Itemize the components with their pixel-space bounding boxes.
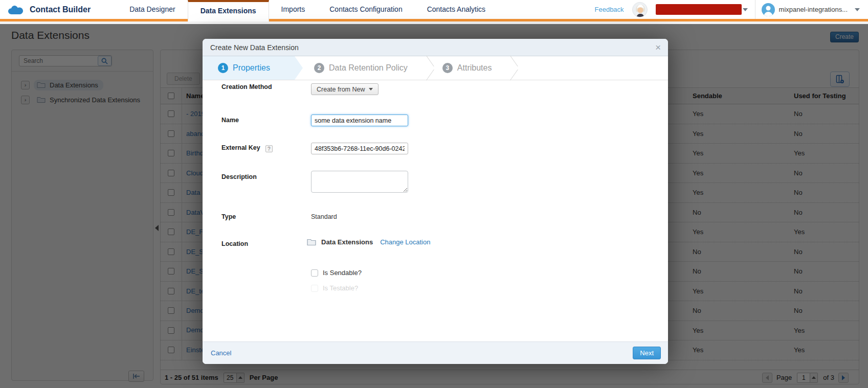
location-value: Data Extensions [321,238,373,246]
name-input[interactable] [311,115,408,126]
change-location-link[interactable]: Change Location [380,238,430,246]
is-sendable-label: Is Sendable? [323,269,362,277]
nav-divider [755,0,755,19]
folder-icon [307,239,316,246]
user-avatar-icon[interactable] [762,3,775,16]
is-testable-checkbox [311,285,318,292]
description-label: Description [221,173,257,180]
account-caret-icon[interactable] [743,8,748,11]
einstein-avatar[interactable] [632,2,648,17]
nav-item-contacts-analytics[interactable]: Contacts Analytics [415,0,498,19]
external-key-label-text: External Key [221,144,260,151]
nav-item-imports[interactable]: Imports [269,0,318,19]
step-number-badge: 1 [218,63,228,73]
wizard-steps: 1 Properties 2 Data Retention Policy 3 A… [203,56,668,80]
modal-footer: Cancel Next [203,341,668,364]
create-data-extension-modal: Create New Data Extension × 1 Properties… [203,39,668,364]
step-label: Attributes [457,63,492,73]
creation-method-value: Create from New [317,86,365,93]
step-data-retention-policy[interactable]: 2 Data Retention Policy [303,56,422,80]
step-label: Data Retention Policy [329,63,408,73]
close-icon[interactable]: × [655,42,661,52]
next-button[interactable]: Next [633,347,661,359]
creation-method-dropdown[interactable]: Create from New [311,83,379,95]
top-nav: Contact Builder Data Designer Data Exten… [0,0,868,21]
feedback-link[interactable]: Feedback [595,6,624,13]
is-testable-row: Is Testable? [311,284,358,292]
step-properties[interactable]: 1 Properties [203,56,303,80]
external-key-input[interactable] [311,143,408,154]
app-title: Contact Builder [30,5,91,14]
external-key-label: External Key? [221,144,273,152]
location-row: Data Extensions Change Location [307,238,430,246]
type-label: Type [221,213,236,220]
location-label: Location [221,240,248,247]
step-attributes[interactable]: 3 Attributes [431,56,506,80]
step-label: Properties [233,63,270,73]
modal-title: Create New Data Extension [210,43,299,52]
nav-item-data-extensions[interactable]: Data Extensions [188,0,269,21]
user-menu-caret-icon[interactable] [855,8,860,11]
step-number-badge: 3 [442,63,453,73]
step-chevron-divider [506,56,515,80]
name-label: Name [221,117,239,124]
redacted-account-badge[interactable] [656,4,742,15]
description-textarea[interactable] [311,171,408,193]
help-icon[interactable]: ? [265,145,273,152]
step-number-badge: 2 [314,63,324,73]
salesforce-cloud-logo-icon [7,4,25,16]
cancel-link[interactable]: Cancel [211,349,231,357]
nav-item-contacts-configuration[interactable]: Contacts Configuration [317,0,414,19]
nav-right-cluster: Feedback mixpanel-integrations... [595,0,868,19]
nav-item-data-designer[interactable]: Data Designer [117,0,188,19]
step-chevron-divider [422,56,431,80]
is-sendable-checkbox[interactable] [311,269,318,277]
is-testable-label: Is Testable? [323,284,358,292]
brand: Contact Builder [7,4,91,16]
dropdown-caret-icon [369,88,373,90]
is-sendable-row: Is Sendable? [311,269,362,277]
user-name[interactable]: mixpanel-integrations... [779,6,848,13]
creation-method-label: Creation Method [221,83,272,90]
type-value: Standard [311,213,337,220]
modal-header: Create New Data Extension × [203,39,668,56]
